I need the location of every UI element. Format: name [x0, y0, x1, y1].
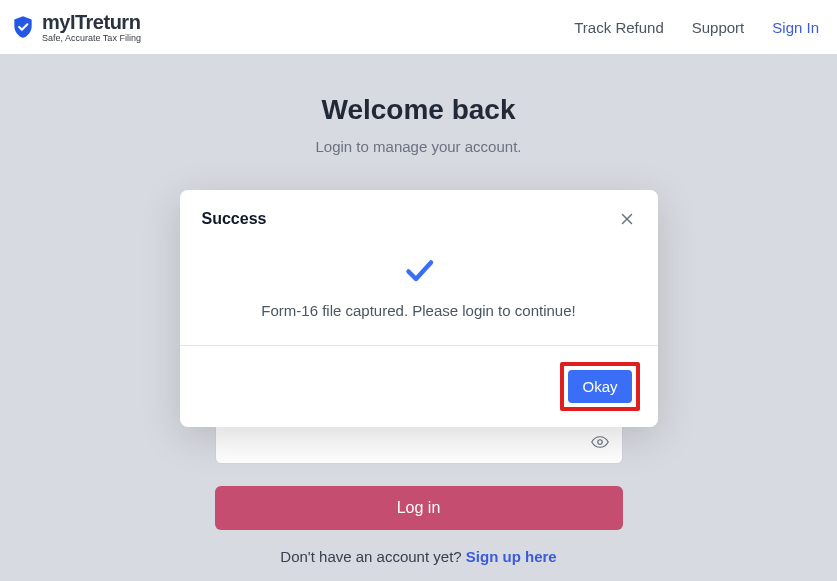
- okay-button[interactable]: Okay: [568, 370, 631, 403]
- logo[interactable]: myITreturn Safe, Accurate Tax Filing: [10, 12, 141, 43]
- nav-track-refund[interactable]: Track Refund: [574, 19, 663, 36]
- signup-row: Don't have an account yet? Sign up here: [215, 548, 623, 565]
- login-form: Log in Don't have an account yet? Sign u…: [215, 420, 623, 565]
- okay-highlight: Okay: [560, 362, 639, 411]
- close-icon[interactable]: [618, 210, 636, 228]
- success-modal: Success Form-16 file captured. Please lo…: [180, 190, 658, 427]
- nav-sign-in[interactable]: Sign In: [772, 19, 819, 36]
- nav-links: Track Refund Support Sign In: [574, 19, 819, 36]
- topbar: myITreturn Safe, Accurate Tax Filing Tra…: [0, 0, 837, 54]
- signup-link[interactable]: Sign up here: [466, 548, 557, 565]
- svg-point-0: [597, 440, 602, 445]
- login-button[interactable]: Log in: [215, 486, 623, 530]
- shield-check-icon: [10, 14, 36, 40]
- nav-support[interactable]: Support: [692, 19, 745, 36]
- eye-icon[interactable]: [591, 433, 609, 451]
- page-title: Welcome back: [0, 94, 837, 126]
- modal-title: Success: [202, 210, 267, 228]
- page-subtitle: Login to manage your account.: [0, 138, 837, 155]
- check-icon: [401, 252, 437, 288]
- brand-name: myITreturn: [42, 12, 141, 32]
- modal-message: Form-16 file captured. Please login to c…: [202, 302, 636, 319]
- signup-prompt: Don't have an account yet?: [280, 548, 466, 565]
- brand-tagline: Safe, Accurate Tax Filing: [42, 34, 141, 43]
